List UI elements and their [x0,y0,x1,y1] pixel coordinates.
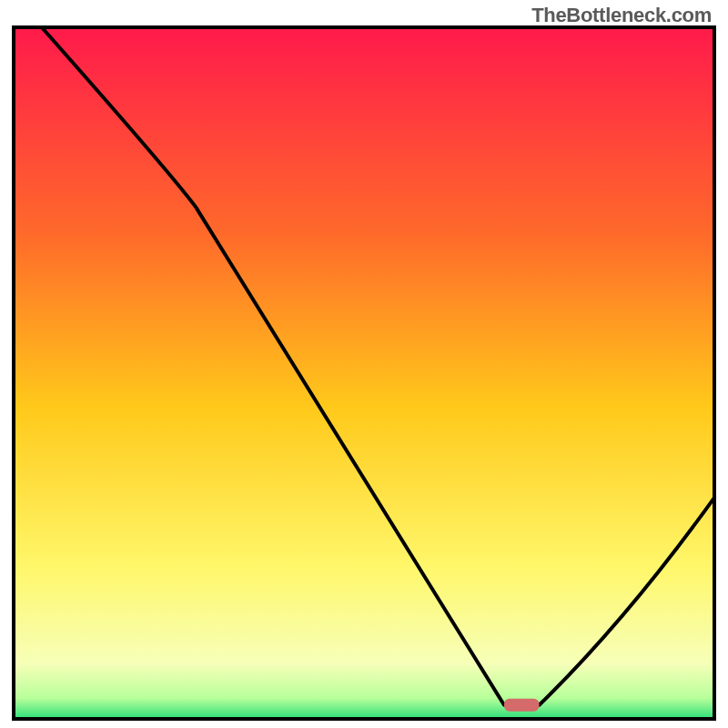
chart-background [14,27,714,719]
chart-root: TheBottleneck.com [0,0,728,728]
optimal-marker [504,699,540,712]
bottleneck-chart [0,0,728,728]
